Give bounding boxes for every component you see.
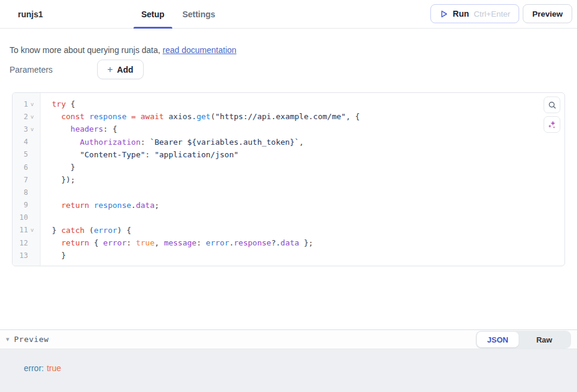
- line-number: 13: [13, 251, 28, 260]
- gutter-line: 5: [13, 148, 40, 161]
- mode-json-label: JSON: [487, 335, 508, 344]
- line-number: 7: [13, 176, 28, 184]
- topbar-actions: Run Ctrl+Enter Preview: [430, 4, 572, 23]
- fold-chevron-down-icon[interactable]: v: [28, 126, 36, 132]
- line-number: 12: [13, 239, 28, 247]
- line-number: 9: [13, 201, 28, 209]
- tab-settings-label: Settings: [182, 10, 215, 19]
- output-line: error:true: [24, 363, 61, 373]
- code-line[interactable]: } catch (error) {: [52, 224, 564, 237]
- line-number: 5: [13, 150, 28, 158]
- plus-icon: +: [107, 65, 113, 74]
- code-line[interactable]: const response = await axios.get("https:…: [52, 110, 564, 123]
- code-line[interactable]: "Content-Type": "application/json": [52, 148, 564, 161]
- code-area[interactable]: try { const response = await axios.get("…: [41, 93, 564, 266]
- mode-raw-label: Raw: [536, 335, 553, 344]
- collapse-triangle-icon[interactable]: ▾: [6, 335, 10, 343]
- run-button[interactable]: Run Ctrl+Enter: [430, 4, 519, 23]
- run-button-label: Run: [453, 9, 469, 18]
- tab-setup[interactable]: Setup: [132, 0, 173, 29]
- editor-toolbar: [544, 97, 560, 133]
- gutter-line: 11v: [13, 224, 40, 237]
- code-line[interactable]: });: [52, 173, 564, 186]
- gutter-line: 2v: [13, 110, 40, 123]
- code-line[interactable]: return response.data;: [52, 199, 564, 211]
- fold-chevron-down-icon[interactable]: v: [28, 114, 36, 120]
- gutter-line: 4: [13, 136, 40, 148]
- gutter-line: 3v: [13, 123, 40, 135]
- code-line[interactable]: return { error: true, message: error.res…: [52, 237, 564, 249]
- play-icon: [439, 10, 448, 18]
- gutter-line: 7: [13, 173, 40, 186]
- line-number: 6: [13, 163, 28, 172]
- gutter-line: 6: [13, 161, 40, 173]
- ai-sparkle-icon: [547, 120, 557, 129]
- preview-panel: ▾ Preview JSON Raw error:true: [0, 329, 577, 392]
- preview-button[interactable]: Preview: [523, 4, 572, 23]
- ai-assist-button[interactable]: [544, 116, 560, 133]
- code-line[interactable]: }: [52, 161, 564, 173]
- info-text: To know more about querying runjs data,: [10, 45, 160, 55]
- parameters-row: Parameters + Add: [10, 60, 144, 79]
- mode-raw[interactable]: Raw: [519, 332, 570, 347]
- code-line[interactable]: Authorization: `Bearer ${variables.auth_…: [52, 136, 564, 148]
- code-line[interactable]: }: [52, 249, 564, 262]
- query-name[interactable]: runjs1: [18, 10, 43, 19]
- tab-settings[interactable]: Settings: [173, 0, 224, 29]
- add-button-label: Add: [117, 65, 133, 74]
- topbar: runjs1 Setup Settings Run Ctrl+Enter Pre…: [0, 0, 577, 29]
- code-line[interactable]: try {: [52, 98, 564, 110]
- query-editor-page: runjs1 Setup Settings Run Ctrl+Enter Pre…: [0, 0, 577, 392]
- line-number: 10: [13, 213, 28, 222]
- line-number: 11: [13, 226, 28, 234]
- tabs: Setup Settings: [132, 0, 224, 29]
- code-line[interactable]: [52, 211, 564, 224]
- preview-panel-title: Preview: [14, 335, 49, 344]
- line-number: 4: [13, 138, 28, 146]
- gutter-line: 13: [13, 249, 40, 262]
- line-number: 8: [13, 188, 28, 197]
- run-shortcut: Ctrl+Enter: [474, 10, 510, 18]
- search-icon: [548, 101, 557, 110]
- tab-setup-label: Setup: [141, 10, 165, 19]
- fold-chevron-down-icon[interactable]: v: [28, 101, 36, 107]
- parameters-label: Parameters: [10, 65, 97, 74]
- code-line[interactable]: [52, 186, 564, 198]
- preview-output: error:true: [0, 349, 577, 392]
- output-mode-toggle: JSON Raw: [476, 331, 571, 349]
- output-key: error:: [24, 363, 44, 373]
- add-parameter-button[interactable]: + Add: [97, 60, 144, 79]
- read-documentation-link[interactable]: read documentation: [163, 45, 237, 55]
- gutter-line: 9: [13, 199, 40, 211]
- preview-panel-header[interactable]: ▾ Preview JSON Raw: [0, 329, 577, 349]
- code-line[interactable]: headers: {: [52, 123, 564, 135]
- output-value: true: [46, 363, 61, 373]
- gutter-line: 10: [13, 211, 40, 224]
- fold-chevron-down-icon[interactable]: v: [28, 227, 36, 233]
- search-button[interactable]: [544, 97, 560, 113]
- info-row: To know more about querying runjs data, …: [10, 45, 237, 55]
- line-number: 1: [13, 100, 28, 108]
- gutter-line: 12: [13, 237, 40, 249]
- preview-button-label: Preview: [532, 10, 563, 18]
- editor-gutter: 1v2v3v4567891011v1213: [13, 93, 41, 266]
- gutter-line: 1v: [13, 98, 40, 110]
- gutter-line: 8: [13, 186, 40, 198]
- line-number: 3: [13, 125, 28, 133]
- mode-json[interactable]: JSON: [477, 332, 519, 347]
- line-number: 2: [13, 113, 28, 121]
- code-editor[interactable]: 1v2v3v4567891011v1213 try { const respon…: [12, 92, 565, 266]
